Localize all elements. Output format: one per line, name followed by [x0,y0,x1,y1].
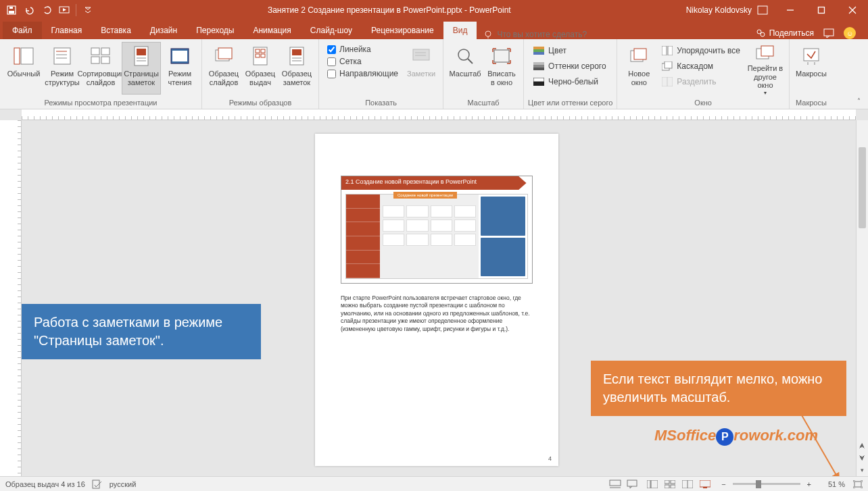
ruler-checkbox[interactable]: Линейка [327,45,398,54]
maximize-button[interactable] [806,0,837,20]
minimize-button[interactable] [775,0,806,20]
gridlines-checkbox[interactable]: Сетка [327,57,398,66]
app-name: PowerPoint [469,5,510,15]
feedback-smiley-icon[interactable]: ☺ [844,27,856,39]
watermark-logo: MSofficeProwork.com [654,427,818,446]
reading-view-button[interactable]: Режим чтения [162,42,197,95]
spellcheck-icon[interactable] [92,480,103,489]
canvas[interactable]: 2.1 Создание новой презентации в PowerPo… [22,120,856,476]
black-white-button[interactable]: Черно-белый [531,74,609,89]
notes-page[interactable]: 2.1 Создание новой презентации в PowerPo… [315,134,558,466]
sorter-view-icon[interactable] [662,478,678,490]
zoom-level[interactable]: 51 % [818,480,845,488]
svg-rect-58 [668,46,673,55]
svg-rect-75 [665,485,669,488]
svg-rect-60 [665,61,672,68]
svg-rect-56 [634,49,646,59]
user-area[interactable]: Nikolay Koldovsky [679,5,775,15]
work-area: ⮝ ⮟ ▾ 2.1 Создание новой презентации в P… [0,109,868,476]
horizontal-ruler[interactable] [22,109,856,120]
redo-button[interactable] [39,3,54,18]
prev-slide-button[interactable]: ⮝ [857,440,868,452]
move-split-button[interactable]: Разделить [659,74,743,89]
svg-rect-1 [9,11,14,14]
status-bar: Образец выдач 4 из 16 русский − + 51 % [0,476,868,491]
grayscale-button[interactable]: Оттенки серого [531,59,609,74]
scrollbar-thumb[interactable] [859,147,866,228]
notes-master-button[interactable]: Образец заметок [279,42,314,95]
svg-rect-15 [21,48,33,64]
status-slide-count[interactable]: Образец выдач 4 из 16 [5,480,85,488]
comments-button[interactable] [627,480,637,489]
zoom-slider[interactable] [733,483,800,485]
svg-rect-22 [91,57,99,63]
reading-view-icon[interactable] [679,478,696,490]
annotation-blue: Работа с заметками в режиме "Страницы за… [22,304,261,359]
tab-slideshow[interactable]: Слайд-шоу [301,22,362,39]
vertical-ruler[interactable] [0,120,22,476]
svg-rect-13 [824,29,834,36]
color-button[interactable]: Цвет [531,43,609,58]
start-from-beginning-button[interactable] [57,3,72,18]
zoom-button[interactable]: Масштаб [448,42,483,95]
tell-me-input[interactable] [497,30,612,39]
tab-review[interactable]: Рецензирование [362,22,443,39]
collapse-ribbon-button[interactable]: ˄ [853,95,864,106]
outline-view-button[interactable]: Режим структуры [45,42,80,95]
normal-view-button[interactable]: Обычный [4,42,43,95]
zoom-in-button[interactable]: + [804,480,814,488]
macros-button[interactable]: Макросы [794,42,829,95]
notes-button[interactable]: Заметки [404,42,439,95]
save-button[interactable] [4,3,19,18]
handout-master-button[interactable]: Образец выдач [243,42,278,95]
notes-text[interactable]: При старте PowerPoint пользователя встре… [341,294,533,333]
ribbon-tabs: Файл Главная Вставка Дизайн Переходы Ани… [0,20,868,39]
group-master-views: Образец слайдов Образец выдач Образец за… [202,39,319,109]
tab-home[interactable]: Главная [42,22,92,39]
share-icon [756,28,765,38]
new-window-button[interactable]: Новое окно [621,42,656,95]
svg-rect-53 [533,78,544,82]
tab-view[interactable]: Вид [443,22,477,39]
svg-rect-64 [761,46,773,56]
undo-button[interactable] [22,3,37,18]
tab-transitions[interactable]: Переходы [187,22,243,39]
svg-rect-46 [494,50,509,62]
doc-title: Занятие 2 Создание презентации в PowerPo… [268,5,462,15]
tab-insert[interactable]: Вставка [91,22,141,39]
vertical-scrollbar[interactable]: ⮝ ⮟ ▾ [856,120,868,476]
slide-sorter-button[interactable]: Сортировщик слайдов [81,42,120,95]
tab-file[interactable]: Файл [3,22,42,39]
group-window: Новое окно Упорядочить все Каскадом Разд… [617,39,790,109]
status-language[interactable]: русский [110,480,136,488]
notes-page-button[interactable]: Страницы заметок [122,42,161,95]
fit-button[interactable] [853,480,863,488]
svg-rect-71 [647,480,650,488]
cascade-button[interactable]: Каскадом [659,59,743,74]
close-button[interactable] [837,0,868,20]
slide-thumbnail[interactable]: 2.1 Создание новой презентации в PowerPo… [341,176,533,284]
qat-customize-button[interactable] [80,3,95,18]
notes-toggle-button[interactable] [609,480,621,489]
next-slide-button[interactable]: ⮟ [857,452,868,464]
slide-master-button[interactable]: Образец слайдов [206,42,241,95]
guides-checkbox[interactable]: Направляющие [327,69,398,78]
zoom-controls: − + 51 % [719,480,863,488]
fit-to-window-button[interactable]: Вписать в окно [484,42,519,95]
tab-animations[interactable]: Анимация [243,22,300,39]
comments-icon[interactable] [823,28,834,38]
normal-view-icon[interactable] [644,478,660,490]
svg-rect-6 [819,7,825,14]
share-button[interactable]: Поделиться [756,28,814,38]
scroll-end-button[interactable]: ▾ [857,464,868,476]
svg-rect-52 [533,68,544,70]
slideshow-view-icon[interactable] [697,478,713,490]
arrange-all-button[interactable]: Упорядочить все [659,43,743,58]
zoom-out-button[interactable]: − [719,480,728,488]
tab-design[interactable]: Дизайн [141,22,187,39]
switch-windows-button[interactable]: Перейти в другое окно▾ [746,42,785,95]
user-icon [757,5,768,15]
annotation-orange: Если текст выглядит мелко, можно увеличи… [591,361,846,416]
svg-rect-47 [533,47,544,49]
tell-me-search[interactable] [477,30,619,39]
